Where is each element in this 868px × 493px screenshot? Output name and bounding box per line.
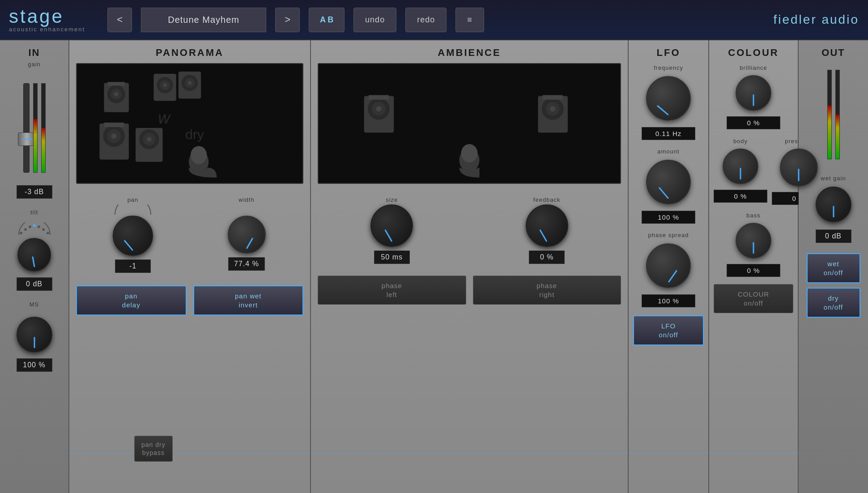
brilliance-knob[interactable] (736, 75, 771, 111)
brilliance-value: 0 % (727, 116, 780, 129)
out-vu-fill-right (836, 115, 839, 159)
svg-point-32 (191, 146, 207, 164)
app-subtitle: acoustic enhancement (9, 26, 85, 33)
wet-on-off-button[interactable]: wet on/off (807, 253, 860, 283)
ms-value: 100 % (17, 358, 52, 372)
svg-point-12 (114, 92, 119, 96)
undo-button[interactable]: undo (353, 8, 396, 32)
ab-button[interactable]: A B (309, 8, 345, 32)
svg-point-30 (147, 137, 151, 141)
lfo-phase-spread-knob[interactable] (646, 243, 691, 288)
pan-wet-invert-button[interactable]: pan wet invert (193, 285, 304, 315)
bass-knob[interactable] (736, 223, 771, 259)
lfo-frequency-label: frequency (654, 64, 683, 71)
ms-label: MS (30, 301, 39, 308)
lfo-amount-label: amount (657, 148, 679, 155)
lfo-amount-knob[interactable] (646, 160, 691, 204)
pan-delay-button[interactable]: pan delay (76, 285, 187, 315)
lfo-on-off-button[interactable]: LFO on/off (633, 315, 704, 345)
gain-fader-track[interactable] (23, 83, 30, 173)
svg-text:w: w (158, 109, 171, 127)
body-label: body (733, 138, 748, 144)
prev-button[interactable]: < (107, 8, 132, 32)
ambience-title: AMBIENCE (318, 47, 621, 59)
presence-knob[interactable] (780, 149, 818, 187)
ms-knob[interactable] (17, 317, 52, 353)
width-control-group: width 77.4 % (190, 195, 303, 276)
vu-fill-right (42, 128, 45, 172)
colour-on-off-button[interactable]: COLOUR on/off (714, 284, 793, 313)
svg-text:dry: dry (185, 127, 204, 142)
tilt-arc-indicator (17, 222, 52, 236)
size-control-group: size 50 ms (318, 195, 466, 268)
in-title: IN (29, 47, 40, 59)
gain-fader-area (23, 79, 46, 177)
pan-value: -1 (115, 259, 151, 273)
body-value: 0 % (714, 190, 767, 203)
out-vu-fill-left (828, 106, 831, 159)
out-vu-meter-left (827, 70, 832, 159)
svg-point-4 (38, 225, 40, 228)
app-name: stage (9, 7, 85, 26)
svg-point-25 (111, 133, 117, 139)
pan-knob[interactable] (113, 216, 153, 256)
out-section: OUT wet gain 0 dB wet on/off dry on/off (799, 40, 868, 493)
svg-point-1 (24, 228, 27, 231)
vu-fill-left (34, 119, 37, 172)
svg-point-44 (461, 144, 478, 162)
width-knob[interactable] (228, 216, 266, 254)
panorama-section: PANORAMA w dry (69, 40, 311, 493)
size-label: size (386, 196, 398, 203)
svg-point-5 (42, 228, 45, 231)
bass-value: 0 % (727, 264, 780, 277)
tilt-knob[interactable] (17, 238, 51, 272)
panorama-title: PANORAMA (76, 47, 303, 59)
svg-rect-37 (369, 95, 389, 100)
bass-label: bass (746, 212, 760, 219)
svg-rect-26 (104, 123, 123, 127)
feedback-label: feedback (533, 196, 561, 203)
main-content: IN gain -3 dB tilt 0 dB (0, 40, 868, 493)
phase-left-button[interactable]: phase left (318, 276, 466, 305)
svg-point-2 (29, 225, 31, 228)
phase-right-button[interactable]: phase right (473, 276, 621, 305)
lfo-amount-value: 100 % (642, 211, 695, 224)
wet-gain-knob[interactable] (816, 187, 851, 222)
ambience-display (318, 63, 621, 184)
next-button[interactable]: > (275, 8, 300, 32)
menu-button[interactable]: ≡ (455, 8, 484, 32)
pan-control-group: pan -1 (76, 195, 190, 276)
body-knob[interactable] (723, 149, 758, 184)
lfo-frequency-knob[interactable] (646, 76, 691, 121)
body-control: body 0 % (714, 136, 767, 205)
redo-button[interactable]: redo (405, 8, 447, 32)
ambience-section: AMBIENCE (311, 40, 629, 493)
in-section: IN gain -3 dB tilt 0 dB (0, 40, 69, 493)
out-fader-area (827, 65, 840, 164)
brilliance-label: brilliance (740, 64, 767, 71)
lfo-phase-spread-label: phase spread (648, 232, 689, 238)
lfo-section: LFO frequency 0.11 Hz amount 100 % phase… (629, 40, 709, 493)
feedback-knob[interactable] (526, 204, 568, 247)
svg-point-17 (163, 83, 167, 87)
ambience-speakers-svg (319, 64, 620, 183)
out-title: OUT (821, 47, 845, 59)
tilt-label: tilt (30, 209, 38, 216)
gain-label: gain (28, 61, 41, 68)
feedback-value: 0 % (529, 251, 565, 264)
brand-name: fiedler audio (773, 13, 859, 27)
vu-meter-right (41, 83, 46, 173)
size-value: 50 ms (374, 251, 410, 264)
tilt-value: 0 dB (17, 277, 52, 291)
panorama-display: w dry (76, 63, 303, 184)
svg-point-3 (33, 224, 36, 227)
bottom-dotted-line (69, 453, 799, 466)
svg-point-41 (550, 106, 555, 111)
panorama-speakers-svg: w dry (77, 64, 302, 183)
dry-on-off-button[interactable]: dry on/off (807, 288, 860, 318)
pan-dry-bypass-button[interactable]: pan dry bypass (134, 436, 173, 462)
size-knob[interactable] (370, 204, 413, 247)
top-bar: stage acoustic enhancement < Detune Mayh… (0, 0, 868, 40)
logo-area: stage acoustic enhancement (9, 7, 85, 33)
svg-point-21 (188, 81, 191, 85)
